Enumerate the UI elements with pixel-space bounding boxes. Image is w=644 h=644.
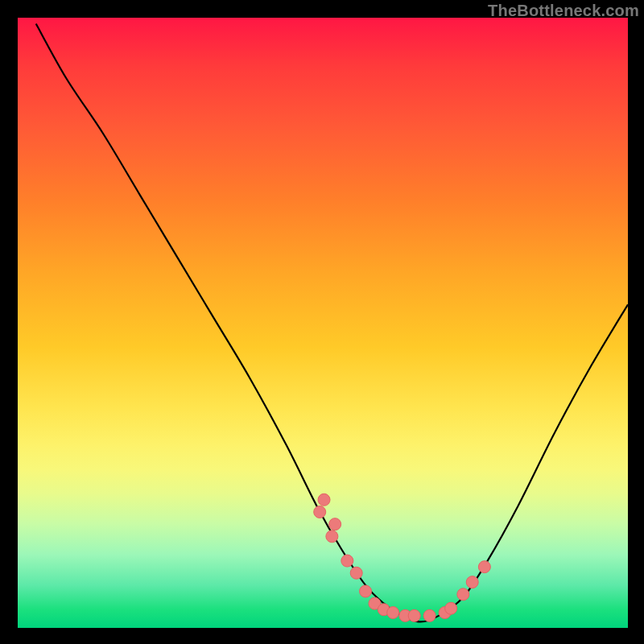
data-point [360, 585, 372, 597]
data-point [326, 530, 338, 543]
data-point [329, 518, 341, 530]
data-point [387, 607, 399, 619]
data-point [350, 567, 362, 579]
data-point [478, 561, 490, 573]
data-point [445, 602, 457, 614]
chart-frame: TheBottleneck.com [0, 0, 644, 644]
data-point [408, 609, 420, 621]
data-point [341, 555, 353, 567]
data-point [466, 576, 478, 588]
data-point [423, 609, 436, 621]
watermark-text: TheBottleneck.com [488, 2, 639, 20]
data-point [318, 493, 330, 506]
chart-svg [18, 18, 628, 628]
scatter-points [314, 493, 491, 621]
data-point [457, 588, 469, 601]
data-point [314, 506, 326, 518]
plot-area [18, 18, 628, 628]
